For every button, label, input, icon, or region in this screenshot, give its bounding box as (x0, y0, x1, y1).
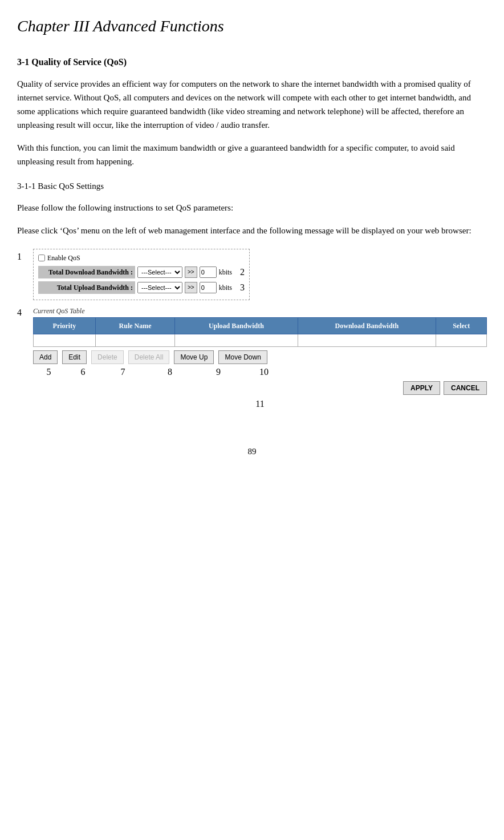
enable-qos-row: Enable QoS (38, 253, 245, 263)
cancel-button[interactable]: CANCEL (444, 381, 487, 395)
paragraph-3: Please follow the following instructions… (17, 201, 487, 215)
button-annotations: 5 6 7 8 9 10 (33, 365, 487, 379)
page-title: Chapter III Advanced Functions (17, 14, 487, 38)
upload-arrow-btn[interactable]: >> (185, 282, 197, 293)
ann-7: 7 (101, 365, 144, 379)
qos-enable-section: Enable QoS Total Download Bandwidth : --… (33, 249, 250, 300)
ann-5: 5 (33, 365, 64, 379)
col-priority: Priority (34, 317, 96, 334)
apply-cancel-row: APPLY CANCEL (33, 381, 487, 395)
subsection-heading: 3-1-1 Basic QoS Settings (17, 180, 487, 193)
delete-button[interactable]: Delete (91, 350, 124, 364)
table-row (34, 334, 487, 346)
ann-6: 6 (64, 365, 101, 379)
upload-value-input[interactable] (200, 282, 217, 293)
col-rule-name: Rule Name (95, 317, 175, 334)
current-qos-label: Current QoS Table (33, 306, 487, 316)
apply-button[interactable]: APPLY (403, 381, 440, 395)
qos-table-section: Current QoS Table Priority Rule Name Upl… (33, 306, 487, 411)
section-heading-qos: 3-1 Quality of Service (QoS) (17, 55, 487, 69)
col-upload-bw: Upload Bandwidth (175, 317, 298, 334)
annotation-4: 4 (17, 305, 30, 320)
move-down-button[interactable]: Move Down (218, 350, 267, 364)
annotation-11-row: 11 (33, 397, 487, 411)
cell-select (436, 334, 487, 346)
delete-all-button[interactable]: Delete All (128, 350, 170, 364)
upload-unit: kbits (219, 282, 232, 293)
download-select[interactable]: ---Select--- (137, 266, 182, 278)
cell-rule-name (95, 334, 175, 346)
ann-11: 11 (255, 397, 264, 411)
add-button[interactable]: Add (33, 350, 58, 364)
page-number: 89 (17, 445, 487, 458)
download-unit: kbits (219, 267, 232, 277)
paragraph-2: With this function, you can limit the ma… (17, 141, 487, 168)
cell-upload-bw (175, 334, 298, 346)
ann-8: 8 (144, 365, 196, 379)
upload-bandwidth-label: Total Upload Bandwidth : (38, 281, 135, 294)
paragraph-1: Quality of service provides an efficient… (17, 77, 487, 132)
enable-qos-label: Enable QoS (47, 253, 80, 263)
edit-button[interactable]: Edit (62, 350, 87, 364)
ann-10: 10 (241, 365, 287, 379)
cell-download-bw (298, 334, 436, 346)
upload-select[interactable]: ---Select--- (137, 282, 182, 293)
col-download-bw: Download Bandwidth (298, 317, 436, 334)
upload-bandwidth-row: Total Upload Bandwidth : ---Select--- >>… (38, 281, 245, 294)
annotation-1: 1 (17, 249, 30, 264)
download-bandwidth-row: Total Download Bandwidth : ---Select--- … (38, 265, 245, 279)
download-bandwidth-label: Total Download Bandwidth : (38, 266, 135, 278)
annotation-2: 2 (240, 265, 245, 279)
col-select: Select (436, 317, 487, 334)
enable-qos-checkbox[interactable] (38, 255, 45, 261)
diagram-block: 1 Enable QoS Total Download Bandwidth : … (17, 249, 487, 411)
download-value-input[interactable] (200, 266, 217, 278)
ann-9: 9 (196, 365, 241, 379)
cell-priority (34, 334, 96, 346)
download-arrow-btn[interactable]: >> (185, 266, 197, 278)
qos-table: Priority Rule Name Upload Bandwidth Down… (33, 317, 487, 347)
annotation-3: 3 (240, 281, 245, 294)
paragraph-4: Please click ‘Qos’ menu on the left of w… (17, 224, 487, 237)
move-up-button[interactable]: Move Up (174, 350, 214, 364)
